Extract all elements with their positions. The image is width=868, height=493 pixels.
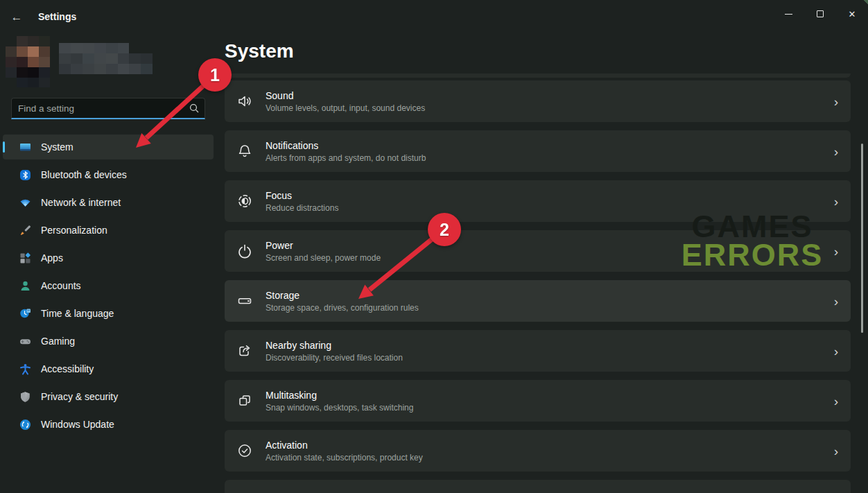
system-icon [19,141,31,153]
sidebar-item-label: Accessibility [41,363,94,374]
card-title: Sound [266,90,425,101]
sidebar-item-label: Apps [41,252,63,263]
settings-card-activation[interactable]: Activation Activation state, subscriptio… [225,430,851,472]
bluetooth-icon [19,169,31,181]
chevron-right-icon: › [834,245,838,258]
app-title: Settings [38,11,76,22]
sidebar-item-label: Bluetooth & devices [41,169,127,180]
sidebar-item-label: Gaming [41,336,75,347]
sidebar-item-label: System [41,141,73,153]
card-title: Focus [266,190,338,201]
card-subtitle: Reduce distractions [266,203,338,213]
settings-card-storage[interactable]: Storage Storage space, drives, configura… [225,280,851,322]
card-subtitle: Snap windows, desktops, task switching [266,403,413,413]
titlebar: ← Settings ✕ [0,0,868,33]
search-box [11,98,205,119]
sidebar-item-accessibility[interactable]: Accessibility [3,356,214,381]
search-input[interactable] [12,103,184,114]
card-title: Activation [266,440,423,451]
sidebar-nav: System Bluetooth & devices Network & int… [3,135,214,440]
sidebar-item-network-internet[interactable]: Network & internet [3,190,214,215]
window-controls: ✕ [772,0,868,28]
sidebar-item-system[interactable]: System [3,135,214,159]
card-subtitle: Screen and sleep, power mode [266,253,381,263]
storage-icon [236,293,253,309]
sidebar-item-label: Accounts [41,280,81,291]
minimize-icon [785,14,792,15]
page-title: System [225,40,294,62]
chevron-right-icon: › [834,345,838,358]
sidebar-item-accounts[interactable]: Accounts [3,273,214,298]
focus-icon [236,193,253,209]
sound-icon [236,93,253,110]
card-title: Nearby sharing [266,340,403,351]
card-title: Notifications [266,140,426,151]
minimize-button[interactable] [772,0,804,28]
card-subtitle: Volume levels, output, input, sound devi… [266,103,425,113]
card-title: Power [266,240,381,251]
card-subtitle: Discoverability, received files location [266,353,403,363]
gaming-icon [19,336,31,347]
user-avatar-redacted [6,36,50,87]
sidebar-item-label: Personalization [41,225,107,236]
chevron-right-icon: › [834,395,838,408]
notifications-icon [236,143,253,159]
settings-card-nearby-sharing[interactable]: Nearby sharing Discoverability, received… [225,330,851,372]
chevron-right-icon: › [834,444,838,458]
privacy-security-icon [19,391,31,403]
card-title: Storage [266,290,419,301]
nearby-sharing-icon [236,343,253,359]
personalization-icon [19,225,31,236]
chevron-right-icon: › [834,145,838,158]
maximize-button[interactable] [804,0,836,28]
search-icon[interactable] [184,103,205,113]
power-icon [236,243,253,259]
activation-icon [236,442,253,459]
accessibility-icon [19,363,31,375]
settings-card-multitasking[interactable]: Multitasking Snap windows, desktops, tas… [225,380,851,422]
sidebar-item-gaming[interactable]: Gaming [3,329,214,354]
settings-card-sound[interactable]: Sound Volume levels, output, input, soun… [225,80,851,122]
vertical-scrollbar-thumb[interactable] [861,144,863,333]
card-subtitle: Activation state, subscriptions, product… [266,453,423,462]
back-arrow-icon: ← [11,10,23,24]
chevron-right-icon: › [834,195,838,208]
settings-card-focus[interactable]: Focus Reduce distractions › [225,180,851,222]
sidebar-item-time-language[interactable]: Time & language [3,301,214,326]
settings-card-power[interactable]: Power Screen and sleep, power mode › [225,230,851,272]
sidebar-item-apps[interactable]: Apps [3,245,214,270]
sidebar-item-label: Network & internet [41,197,121,208]
sidebar-item-bluetooth-devices[interactable]: Bluetooth & devices [3,162,214,187]
settings-card-notifications[interactable]: Notifications Alerts from apps and syste… [225,130,851,172]
windows-update-icon [19,419,31,431]
sidebar-item-label: Privacy & security [41,391,118,402]
chevron-right-icon: › [834,295,838,308]
sidebar-item-label: Time & language [41,308,114,319]
selection-indicator [3,141,5,153]
sidebar-item-privacy-security[interactable]: Privacy & security [3,384,214,409]
sidebar: System Bluetooth & devices Network & int… [0,33,216,493]
time-language-icon [19,308,31,320]
apps-icon [19,252,31,264]
user-name-redacted [59,43,153,85]
maximize-icon [817,10,824,17]
desktop-corner-accent [861,0,868,7]
card-subtitle: Storage space, drives, configuration rul… [266,303,419,313]
multitasking-icon [236,392,253,409]
sidebar-item-windows-update[interactable]: Windows Update [3,412,214,437]
next-card-sliver[interactable] [225,480,851,493]
scrolled-card-sliver[interactable] [225,73,851,78]
sidebar-item-personalization[interactable]: Personalization [3,218,214,243]
sidebar-item-label: Windows Update [41,419,114,430]
back-button[interactable]: ← [7,8,26,27]
accounts-icon [19,280,31,292]
card-title: Multitasking [266,390,413,401]
card-subtitle: Alerts from apps and system, do not dist… [266,153,426,163]
network-icon [19,197,31,209]
close-icon: ✕ [849,9,856,19]
chevron-right-icon: › [834,95,838,108]
